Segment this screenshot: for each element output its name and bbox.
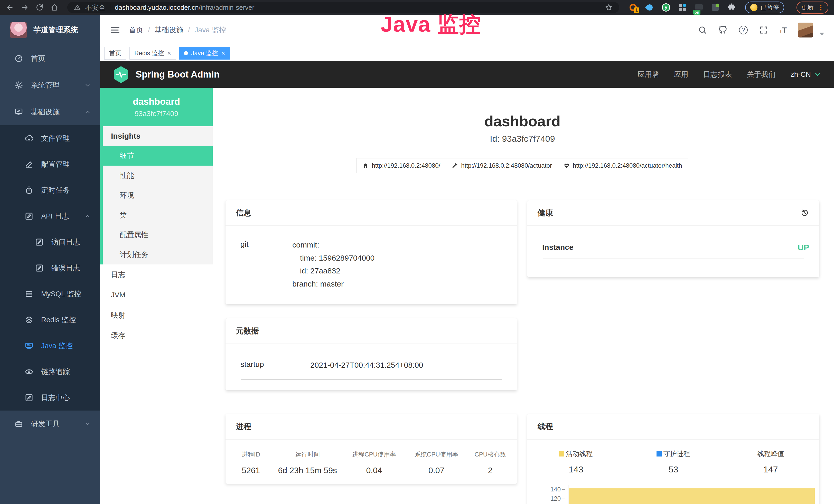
side-item-config-props[interactable]: 配置属性 bbox=[103, 225, 213, 245]
avatar-caret-icon[interactable] bbox=[820, 32, 824, 36]
close-icon[interactable]: × bbox=[167, 49, 171, 57]
tab-java-monitor[interactable]: Java 监控× bbox=[179, 47, 230, 60]
fullscreen-icon[interactable] bbox=[759, 25, 768, 35]
sidebar-item-config[interactable]: 配置管理 bbox=[0, 151, 100, 177]
extension-icon-5[interactable]: on bbox=[694, 3, 704, 12]
side-item-classes[interactable]: 类 bbox=[103, 205, 213, 225]
history-icon[interactable] bbox=[800, 208, 809, 217]
sba-logo-icon[interactable] bbox=[113, 66, 129, 83]
app-title: 芋道管理系统 bbox=[34, 25, 78, 35]
extension-icon-4[interactable] bbox=[678, 3, 687, 12]
instance-header[interactable]: dashboard 93a3fc7f7409 bbox=[100, 88, 213, 126]
search-icon[interactable] bbox=[698, 25, 707, 35]
side-item-logs[interactable]: 日志 bbox=[100, 265, 213, 285]
breadcrumb-infra[interactable]: 基础设施 bbox=[155, 25, 183, 35]
instance-id: 93a3fc7f7409 bbox=[135, 110, 178, 118]
sidebar-item-java-monitor[interactable]: Java 监控 bbox=[0, 333, 100, 359]
breadcrumb-home[interactable]: 首页 bbox=[129, 25, 143, 35]
insights-section-title[interactable]: Insights bbox=[103, 126, 213, 146]
side-item-mappings[interactable]: 映射 bbox=[100, 305, 213, 325]
chevron-down-icon bbox=[84, 82, 91, 89]
eye-icon bbox=[25, 367, 34, 376]
forward-icon[interactable] bbox=[21, 3, 29, 12]
sidebar-item-access-log[interactable]: 访问日志 bbox=[0, 229, 100, 255]
tab-redis-monitor[interactable]: Redis 监控× bbox=[129, 47, 176, 60]
side-item-caches[interactable]: 缓存 bbox=[100, 325, 213, 346]
hamburger-icon[interactable] bbox=[110, 25, 120, 35]
screen-icon bbox=[25, 342, 34, 350]
sba-nav-applications[interactable]: 应用 bbox=[674, 70, 688, 79]
sba-main: dashboard Id: 93a3fc7f7409 http://192.16… bbox=[213, 88, 834, 504]
sidebar-item-tracing[interactable]: 链路追踪 bbox=[0, 359, 100, 385]
health-url-button[interactable]: http://192.168.0.2:48080/actuator/health bbox=[557, 158, 688, 173]
threads-card-title: 线程 bbox=[537, 421, 553, 432]
update-button[interactable]: 更新⋮ bbox=[796, 2, 828, 14]
process-card-title: 进程 bbox=[236, 421, 251, 432]
sidebar-item-jobs[interactable]: 定时任务 bbox=[0, 177, 100, 203]
health-card: 健康 Instance UP bbox=[527, 200, 819, 277]
sba-nav-about[interactable]: 关于我们 bbox=[747, 70, 776, 79]
instance-health-row: Instance UP bbox=[527, 226, 819, 252]
instance-name: dashboard bbox=[133, 96, 180, 107]
bookmark-star-icon[interactable] bbox=[605, 4, 613, 11]
extension-icon-6[interactable] bbox=[711, 3, 720, 12]
extensions-puzzle-icon[interactable] bbox=[727, 3, 736, 12]
database-icon bbox=[25, 290, 34, 298]
home-icon[interactable] bbox=[50, 3, 59, 12]
threads-card: 线程 活动线程 143 守护进程 53 bbox=[527, 414, 819, 504]
sidebar-item-error-log[interactable]: 错误日志 bbox=[0, 255, 100, 281]
extension-icon-3[interactable]: y bbox=[661, 3, 671, 12]
help-icon[interactable]: ? bbox=[739, 26, 748, 35]
sidebar-item-home[interactable]: 首页 bbox=[0, 45, 100, 72]
side-item-environment[interactable]: 环境 bbox=[103, 185, 213, 205]
metadata-card: 元数据 startup 2021-04-27T00:44:31.254+08:0… bbox=[225, 318, 517, 390]
y-axis-line bbox=[568, 485, 568, 504]
layers-icon bbox=[25, 316, 34, 324]
side-item-scheduled-tasks[interactable]: 计划任务 bbox=[103, 245, 213, 265]
yellow-swatch-icon bbox=[559, 451, 564, 457]
font-size-icon[interactable]: тT bbox=[780, 26, 787, 35]
sba-brand[interactable]: Spring Boot Admin bbox=[136, 69, 220, 80]
startup-row: startup 2021-04-27T00:44:31.254+08:00 bbox=[225, 344, 517, 373]
sidebar-item-files[interactable]: 文件管理 bbox=[0, 125, 100, 151]
status-badge: UP bbox=[798, 243, 809, 252]
edit-icon bbox=[25, 160, 34, 169]
service-url-button[interactable]: http://192.168.0.2:48080/ bbox=[356, 158, 446, 173]
close-icon[interactable]: × bbox=[221, 49, 225, 57]
back-icon[interactable] bbox=[6, 3, 14, 12]
sidebar-item-infra[interactable]: 基础设施 bbox=[0, 98, 100, 125]
sidebar-item-system[interactable]: 系统管理 bbox=[0, 72, 100, 98]
github-icon[interactable] bbox=[719, 25, 728, 35]
user-avatar[interactable] bbox=[798, 23, 813, 38]
sba-nav-wallboard[interactable]: 应用墙 bbox=[637, 70, 659, 79]
paused-badge[interactable]: 已暂停 bbox=[745, 2, 784, 13]
sidebar-item-api-log[interactable]: API 日志 bbox=[0, 203, 100, 229]
browser-menu-icon[interactable]: ⋮ bbox=[817, 3, 824, 12]
tab-home[interactable]: 首页 bbox=[104, 47, 126, 60]
sba-nav: 应用墙 应用 日志报表 关于我们 zh-CN bbox=[637, 70, 821, 79]
divider bbox=[241, 379, 502, 380]
info-card-title: 信息 bbox=[236, 208, 251, 218]
sidebar-item-redis[interactable]: Redis 监控 bbox=[0, 307, 100, 333]
process-table: 进程ID5261 运行时间6d 23h 15m 59s 进程CPU使用率0.04… bbox=[225, 439, 517, 475]
sidebar-item-log-center[interactable]: 日志中心 bbox=[0, 385, 100, 411]
actuator-url-button[interactable]: http://192.168.0.2:48080/actuator bbox=[446, 158, 558, 173]
chevron-up-icon bbox=[84, 213, 91, 220]
extension-icon-1[interactable]: 1 bbox=[629, 3, 638, 12]
sidebar-item-mysql[interactable]: MySQL 监控 bbox=[0, 281, 100, 307]
sidebar-logo[interactable]: 芋道管理系统 bbox=[0, 15, 100, 45]
side-item-jvm[interactable]: JVM bbox=[100, 285, 213, 305]
reload-icon[interactable] bbox=[36, 3, 44, 12]
address-bar[interactable]: 不安全 dashboard.yudao.iocoder.cn/infra/adm… bbox=[67, 2, 619, 13]
sidebar-item-dev-tools[interactable]: 研发工具 bbox=[0, 411, 100, 437]
sba-nav-journal[interactable]: 日志报表 bbox=[703, 70, 732, 79]
navbar-actions: ? тT bbox=[698, 23, 824, 38]
breadcrumb-current: Java 监控 bbox=[195, 25, 226, 35]
side-item-details[interactable]: 细节 bbox=[103, 146, 213, 166]
extension-icon-2[interactable] bbox=[645, 3, 654, 12]
side-item-metrics[interactable]: 性能 bbox=[103, 166, 213, 185]
locale-select[interactable]: zh-CN bbox=[791, 70, 821, 78]
y-tick-140: 140 bbox=[544, 486, 561, 493]
annotation-text: Java 监控 bbox=[381, 10, 481, 39]
page-instance-id: Id: 93a3fc7f7409 bbox=[225, 134, 819, 144]
